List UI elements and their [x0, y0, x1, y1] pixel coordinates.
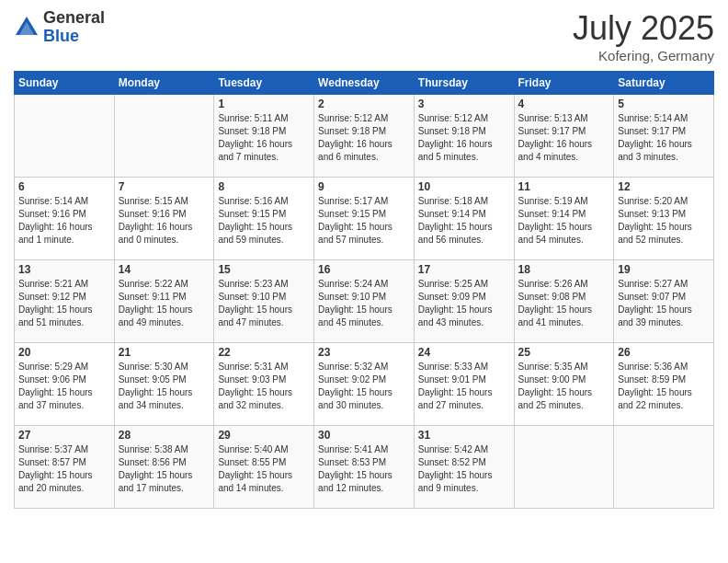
- cell-content: and 49 minutes.: [119, 316, 210, 329]
- cell-content: Sunset: 8:59 PM: [618, 373, 710, 386]
- calendar-cell: [114, 95, 214, 178]
- day-number: 26: [618, 346, 710, 359]
- weekday-header-tuesday: Tuesday: [214, 72, 314, 95]
- cell-content: Sunset: 9:01 PM: [418, 373, 510, 386]
- cell-content: Sunrise: 5:14 AM: [18, 195, 110, 208]
- page-header: General Blue July 2025 Kofering, Germany: [14, 9, 714, 63]
- day-number: 3: [418, 98, 510, 110]
- day-number: 18: [518, 263, 610, 276]
- day-number: 6: [18, 180, 110, 193]
- cell-content: Daylight: 15 hours: [119, 304, 210, 316]
- cell-content: Sunrise: 5:12 AM: [418, 112, 510, 125]
- cell-content: Sunrise: 5:22 AM: [119, 278, 210, 291]
- calendar-week-row: 1Sunrise: 5:11 AMSunset: 9:18 PMDaylight…: [15, 95, 714, 178]
- day-number: 22: [218, 346, 310, 359]
- calendar-cell: 13Sunrise: 5:21 AMSunset: 9:12 PMDayligh…: [15, 260, 115, 343]
- calendar-cell: 10Sunrise: 5:18 AMSunset: 9:14 PMDayligh…: [414, 178, 514, 260]
- cell-content: Sunset: 9:15 PM: [218, 208, 310, 221]
- calendar-cell: 29Sunrise: 5:40 AMSunset: 8:55 PMDayligh…: [214, 426, 314, 509]
- cell-content: Daylight: 15 hours: [218, 386, 310, 399]
- location-subtitle: Kofering, Germany: [573, 48, 714, 63]
- cell-content: and 1 minute.: [18, 234, 110, 247]
- day-number: 12: [618, 180, 710, 193]
- cell-content: Daylight: 16 hours: [218, 138, 310, 151]
- day-number: 2: [318, 98, 410, 110]
- cell-content: Sunset: 8:57 PM: [18, 456, 110, 469]
- cell-content: and 32 minutes.: [218, 399, 310, 412]
- calendar-cell: 28Sunrise: 5:38 AMSunset: 8:56 PMDayligh…: [114, 426, 214, 509]
- cell-content: Daylight: 15 hours: [18, 304, 110, 316]
- cell-content: and 4 minutes.: [518, 151, 610, 164]
- day-number: 20: [18, 346, 110, 359]
- calendar-cell: 14Sunrise: 5:22 AMSunset: 9:11 PMDayligh…: [114, 260, 214, 343]
- cell-content: and 54 minutes.: [518, 234, 610, 247]
- calendar-cell: [614, 426, 714, 509]
- cell-content: Sunrise: 5:18 AM: [418, 195, 510, 208]
- day-number: 23: [318, 346, 410, 359]
- cell-content: Sunrise: 5:11 AM: [218, 112, 310, 125]
- cell-content: Sunset: 9:06 PM: [18, 373, 110, 386]
- cell-content: Daylight: 16 hours: [518, 138, 610, 151]
- day-number: 29: [218, 429, 310, 442]
- cell-content: Sunrise: 5:15 AM: [119, 195, 210, 208]
- day-number: 13: [18, 263, 110, 276]
- calendar-week-row: 13Sunrise: 5:21 AMSunset: 9:12 PMDayligh…: [15, 260, 714, 343]
- cell-content: Sunrise: 5:35 AM: [518, 361, 610, 373]
- cell-content: Daylight: 15 hours: [318, 386, 410, 399]
- cell-content: Sunset: 9:17 PM: [518, 125, 610, 138]
- cell-content: and 57 minutes.: [318, 234, 410, 247]
- cell-content: and 52 minutes.: [618, 234, 710, 247]
- cell-content: Daylight: 15 hours: [518, 221, 610, 234]
- cell-content: Sunset: 9:11 PM: [119, 291, 210, 304]
- cell-content: Daylight: 15 hours: [618, 221, 710, 234]
- cell-content: Sunset: 9:18 PM: [218, 125, 310, 138]
- day-number: 31: [418, 429, 510, 442]
- cell-content: Sunrise: 5:32 AM: [318, 361, 410, 373]
- cell-content: and 17 minutes.: [119, 482, 210, 495]
- cell-content: and 5 minutes.: [418, 151, 510, 164]
- cell-content: and 47 minutes.: [218, 316, 310, 329]
- cell-content: and 20 minutes.: [18, 482, 110, 495]
- logo: General Blue: [14, 9, 105, 46]
- cell-content: Daylight: 15 hours: [618, 386, 710, 399]
- cell-content: Daylight: 15 hours: [418, 304, 510, 316]
- cell-content: Sunrise: 5:33 AM: [418, 361, 510, 373]
- calendar-cell: 15Sunrise: 5:23 AMSunset: 9:10 PMDayligh…: [214, 260, 314, 343]
- cell-content: Daylight: 15 hours: [418, 469, 510, 482]
- cell-content: Sunrise: 5:13 AM: [518, 112, 610, 125]
- cell-content: and 37 minutes.: [18, 399, 110, 412]
- cell-content: and 41 minutes.: [518, 316, 610, 329]
- day-number: 9: [318, 180, 410, 193]
- cell-content: Sunrise: 5:36 AM: [618, 361, 710, 373]
- day-number: 10: [418, 180, 510, 193]
- cell-content: Daylight: 16 hours: [119, 221, 210, 234]
- calendar-cell: 7Sunrise: 5:15 AMSunset: 9:16 PMDaylight…: [114, 178, 214, 260]
- calendar-cell: 26Sunrise: 5:36 AMSunset: 8:59 PMDayligh…: [614, 343, 714, 426]
- cell-content: Daylight: 16 hours: [18, 221, 110, 234]
- calendar-cell: 18Sunrise: 5:26 AMSunset: 9:08 PMDayligh…: [514, 260, 614, 343]
- cell-content: Sunset: 9:14 PM: [518, 208, 610, 221]
- cell-content: and 30 minutes.: [318, 399, 410, 412]
- day-number: 17: [418, 263, 510, 276]
- calendar-week-row: 6Sunrise: 5:14 AMSunset: 9:16 PMDaylight…: [15, 178, 714, 260]
- cell-content: and 27 minutes.: [418, 399, 510, 412]
- cell-content: and 39 minutes.: [618, 316, 710, 329]
- day-number: 16: [318, 263, 410, 276]
- cell-content: Sunrise: 5:37 AM: [18, 443, 110, 456]
- cell-content: and 12 minutes.: [318, 482, 410, 495]
- logo-icon: [14, 15, 40, 40]
- cell-content: Sunrise: 5:20 AM: [618, 195, 710, 208]
- day-number: 25: [518, 346, 610, 359]
- cell-content: and 43 minutes.: [418, 316, 510, 329]
- cell-content: Daylight: 15 hours: [318, 469, 410, 482]
- cell-content: Daylight: 15 hours: [318, 304, 410, 316]
- calendar-cell: 8Sunrise: 5:16 AMSunset: 9:15 PMDaylight…: [214, 178, 314, 260]
- day-number: 5: [618, 98, 710, 110]
- title-block: July 2025 Kofering, Germany: [573, 9, 714, 63]
- cell-content: Sunrise: 5:23 AM: [218, 278, 310, 291]
- cell-content: Sunrise: 5:29 AM: [18, 361, 110, 373]
- calendar-cell: 6Sunrise: 5:14 AMSunset: 9:16 PMDaylight…: [15, 178, 115, 260]
- calendar-cell: [514, 426, 614, 509]
- day-number: 8: [218, 180, 310, 193]
- cell-content: and 51 minutes.: [18, 316, 110, 329]
